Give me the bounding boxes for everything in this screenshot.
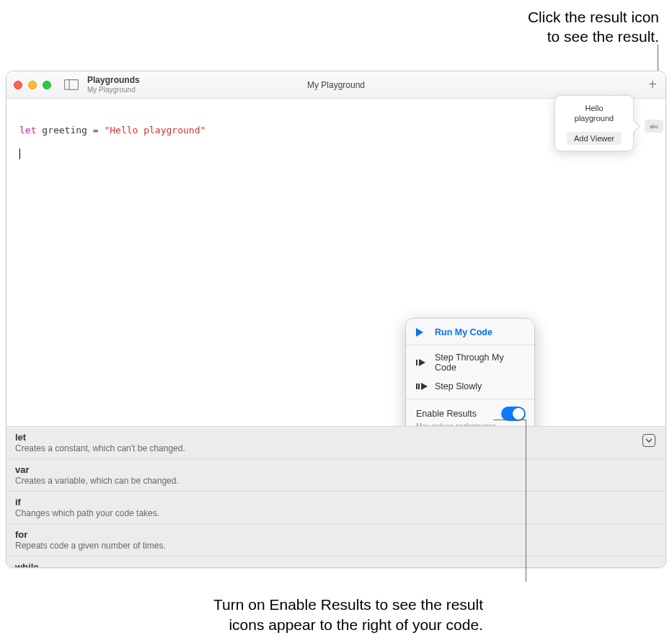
suggestion-row[interactable]: var Creates a variable, which can be cha… [6, 459, 666, 492]
step-slow-icon [416, 382, 428, 391]
play-icon [416, 328, 428, 337]
annotation-top: Click the result icon to see the result. [528, 7, 659, 47]
annotation-bottom: Turn on Enable Results to see the result… [137, 595, 483, 634]
svg-marker-3 [419, 359, 425, 366]
suggestion-row[interactable]: let Creates a constant, which can't be c… [6, 427, 666, 459]
menu-run-my-code[interactable]: Run My Code [406, 323, 534, 342]
suggestions-collapse-button[interactable] [642, 434, 655, 447]
menu-step-through[interactable]: Step Through My Code [406, 348, 534, 377]
sidebar-toggle-button[interactable] [63, 79, 80, 92]
document-title: My Playground [307, 80, 365, 90]
text-cursor [19, 148, 20, 159]
add-button[interactable]: + [648, 76, 657, 93]
zoom-window-button[interactable] [43, 81, 51, 89]
titlebar-titles: Playgrounds My Playground [87, 76, 140, 93]
menu-separator-2 [406, 399, 534, 399]
svg-rect-5 [418, 383, 420, 389]
svg-marker-6 [421, 383, 428, 390]
add-viewer-button[interactable]: Add Viewer [567, 132, 622, 145]
annotation-bottom-leader [526, 420, 526, 582]
svg-rect-0 [65, 80, 79, 90]
suggestion-row[interactable]: if Changes which path your code takes. [6, 492, 666, 524]
menu-step-slowly[interactable]: Step Slowly [406, 377, 534, 396]
svg-rect-2 [416, 360, 417, 365]
annotation-bottom-leader-horiz [493, 420, 526, 420]
playgrounds-window: Playgrounds My Playground My Playground … [6, 71, 666, 568]
suggestion-row[interactable]: for Repeats code a given number of times… [6, 524, 666, 556]
window-title: Playgrounds [87, 76, 140, 85]
svg-rect-4 [416, 383, 417, 389]
result-popover: Hello playground Add Viewer [554, 95, 634, 151]
enable-results-toggle[interactable] [501, 407, 526, 421]
window-subtitle: My Playground [87, 86, 140, 94]
code-suggestions-panel: let Creates a constant, which can't be c… [6, 426, 666, 567]
step-icon [416, 358, 428, 367]
menu-separator [406, 345, 534, 345]
close-window-button[interactable] [14, 81, 22, 89]
result-value: Hello playground [561, 103, 627, 124]
minimize-window-button[interactable] [28, 81, 37, 89]
window-controls [14, 81, 51, 89]
result-icon[interactable]: abc [645, 120, 663, 133]
suggestion-row[interactable]: while [6, 556, 666, 567]
